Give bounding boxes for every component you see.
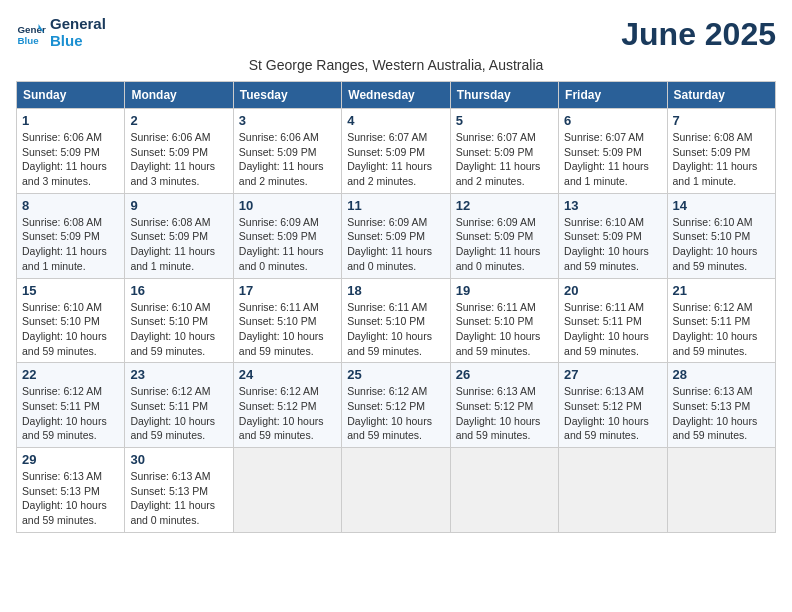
day-number: 13 <box>564 198 661 213</box>
calendar-cell: 18 Sunrise: 6:11 AM Sunset: 5:10 PM Dayl… <box>342 278 450 363</box>
day-number: 21 <box>673 283 770 298</box>
calendar-cell: 14 Sunrise: 6:10 AM Sunset: 5:10 PM Dayl… <box>667 193 775 278</box>
day-info: Sunrise: 6:13 AM Sunset: 5:12 PM Dayligh… <box>456 384 553 443</box>
calendar-cell: 27 Sunrise: 6:13 AM Sunset: 5:12 PM Dayl… <box>559 363 667 448</box>
calendar-cell: 21 Sunrise: 6:12 AM Sunset: 5:11 PM Dayl… <box>667 278 775 363</box>
calendar-cell <box>233 448 341 533</box>
day-info: Sunrise: 6:06 AM Sunset: 5:09 PM Dayligh… <box>239 130 336 189</box>
day-number: 3 <box>239 113 336 128</box>
day-info: Sunrise: 6:12 AM Sunset: 5:11 PM Dayligh… <box>22 384 119 443</box>
day-info: Sunrise: 6:08 AM Sunset: 5:09 PM Dayligh… <box>673 130 770 189</box>
day-number: 28 <box>673 367 770 382</box>
day-number: 17 <box>239 283 336 298</box>
calendar-cell: 19 Sunrise: 6:11 AM Sunset: 5:10 PM Dayl… <box>450 278 558 363</box>
day-info: Sunrise: 6:11 AM Sunset: 5:10 PM Dayligh… <box>456 300 553 359</box>
calendar-cell: 26 Sunrise: 6:13 AM Sunset: 5:12 PM Dayl… <box>450 363 558 448</box>
calendar-cell: 7 Sunrise: 6:08 AM Sunset: 5:09 PM Dayli… <box>667 109 775 194</box>
day-info: Sunrise: 6:06 AM Sunset: 5:09 PM Dayligh… <box>130 130 227 189</box>
day-number: 29 <box>22 452 119 467</box>
day-info: Sunrise: 6:08 AM Sunset: 5:09 PM Dayligh… <box>130 215 227 274</box>
day-info: Sunrise: 6:07 AM Sunset: 5:09 PM Dayligh… <box>347 130 444 189</box>
day-number: 7 <box>673 113 770 128</box>
calendar-cell: 4 Sunrise: 6:07 AM Sunset: 5:09 PM Dayli… <box>342 109 450 194</box>
day-number: 1 <box>22 113 119 128</box>
calendar-cell: 17 Sunrise: 6:11 AM Sunset: 5:10 PM Dayl… <box>233 278 341 363</box>
day-number: 25 <box>347 367 444 382</box>
day-info: Sunrise: 6:12 AM Sunset: 5:11 PM Dayligh… <box>673 300 770 359</box>
calendar-cell: 8 Sunrise: 6:08 AM Sunset: 5:09 PM Dayli… <box>17 193 125 278</box>
day-info: Sunrise: 6:08 AM Sunset: 5:09 PM Dayligh… <box>22 215 119 274</box>
calendar-cell: 3 Sunrise: 6:06 AM Sunset: 5:09 PM Dayli… <box>233 109 341 194</box>
subtitle: St George Ranges, Western Australia, Aus… <box>16 57 776 73</box>
day-number: 26 <box>456 367 553 382</box>
calendar-cell: 5 Sunrise: 6:07 AM Sunset: 5:09 PM Dayli… <box>450 109 558 194</box>
calendar-cell: 15 Sunrise: 6:10 AM Sunset: 5:10 PM Dayl… <box>17 278 125 363</box>
day-info: Sunrise: 6:11 AM Sunset: 5:10 PM Dayligh… <box>347 300 444 359</box>
day-number: 30 <box>130 452 227 467</box>
calendar-cell: 29 Sunrise: 6:13 AM Sunset: 5:13 PM Dayl… <box>17 448 125 533</box>
calendar-header-wednesday: Wednesday <box>342 82 450 109</box>
day-number: 10 <box>239 198 336 213</box>
calendar-cell: 22 Sunrise: 6:12 AM Sunset: 5:11 PM Dayl… <box>17 363 125 448</box>
day-info: Sunrise: 6:07 AM Sunset: 5:09 PM Dayligh… <box>456 130 553 189</box>
day-info: Sunrise: 6:12 AM Sunset: 5:12 PM Dayligh… <box>239 384 336 443</box>
day-info: Sunrise: 6:11 AM Sunset: 5:11 PM Dayligh… <box>564 300 661 359</box>
day-info: Sunrise: 6:09 AM Sunset: 5:09 PM Dayligh… <box>347 215 444 274</box>
calendar-cell: 10 Sunrise: 6:09 AM Sunset: 5:09 PM Dayl… <box>233 193 341 278</box>
day-number: 11 <box>347 198 444 213</box>
day-info: Sunrise: 6:10 AM Sunset: 5:10 PM Dayligh… <box>130 300 227 359</box>
calendar-cell: 13 Sunrise: 6:10 AM Sunset: 5:09 PM Dayl… <box>559 193 667 278</box>
calendar-week-3: 15 Sunrise: 6:10 AM Sunset: 5:10 PM Dayl… <box>17 278 776 363</box>
day-number: 18 <box>347 283 444 298</box>
calendar-week-4: 22 Sunrise: 6:12 AM Sunset: 5:11 PM Dayl… <box>17 363 776 448</box>
calendar-header-row: SundayMondayTuesdayWednesdayThursdayFrid… <box>17 82 776 109</box>
day-number: 9 <box>130 198 227 213</box>
calendar-cell: 16 Sunrise: 6:10 AM Sunset: 5:10 PM Dayl… <box>125 278 233 363</box>
day-info: Sunrise: 6:13 AM Sunset: 5:13 PM Dayligh… <box>130 469 227 528</box>
day-info: Sunrise: 6:13 AM Sunset: 5:12 PM Dayligh… <box>564 384 661 443</box>
logo-icon: General Blue <box>16 18 46 48</box>
calendar-cell: 2 Sunrise: 6:06 AM Sunset: 5:09 PM Dayli… <box>125 109 233 194</box>
day-number: 22 <box>22 367 119 382</box>
logo: General Blue General Blue <box>16 16 106 49</box>
day-number: 19 <box>456 283 553 298</box>
day-info: Sunrise: 6:07 AM Sunset: 5:09 PM Dayligh… <box>564 130 661 189</box>
day-number: 24 <box>239 367 336 382</box>
day-number: 23 <box>130 367 227 382</box>
calendar-cell: 9 Sunrise: 6:08 AM Sunset: 5:09 PM Dayli… <box>125 193 233 278</box>
day-info: Sunrise: 6:09 AM Sunset: 5:09 PM Dayligh… <box>456 215 553 274</box>
calendar-cell: 20 Sunrise: 6:11 AM Sunset: 5:11 PM Dayl… <box>559 278 667 363</box>
calendar-header-thursday: Thursday <box>450 82 558 109</box>
calendar: SundayMondayTuesdayWednesdayThursdayFrid… <box>16 81 776 533</box>
day-number: 8 <box>22 198 119 213</box>
day-number: 6 <box>564 113 661 128</box>
day-info: Sunrise: 6:11 AM Sunset: 5:10 PM Dayligh… <box>239 300 336 359</box>
calendar-cell: 30 Sunrise: 6:13 AM Sunset: 5:13 PM Dayl… <box>125 448 233 533</box>
calendar-cell <box>667 448 775 533</box>
day-number: 27 <box>564 367 661 382</box>
calendar-cell: 25 Sunrise: 6:12 AM Sunset: 5:12 PM Dayl… <box>342 363 450 448</box>
calendar-header-tuesday: Tuesday <box>233 82 341 109</box>
calendar-cell: 1 Sunrise: 6:06 AM Sunset: 5:09 PM Dayli… <box>17 109 125 194</box>
day-info: Sunrise: 6:12 AM Sunset: 5:11 PM Dayligh… <box>130 384 227 443</box>
day-info: Sunrise: 6:13 AM Sunset: 5:13 PM Dayligh… <box>673 384 770 443</box>
calendar-header-friday: Friday <box>559 82 667 109</box>
day-number: 14 <box>673 198 770 213</box>
day-number: 2 <box>130 113 227 128</box>
calendar-week-2: 8 Sunrise: 6:08 AM Sunset: 5:09 PM Dayli… <box>17 193 776 278</box>
calendar-cell <box>450 448 558 533</box>
calendar-cell: 24 Sunrise: 6:12 AM Sunset: 5:12 PM Dayl… <box>233 363 341 448</box>
logo-text-general: General <box>50 16 106 33</box>
calendar-week-5: 29 Sunrise: 6:13 AM Sunset: 5:13 PM Dayl… <box>17 448 776 533</box>
day-info: Sunrise: 6:10 AM Sunset: 5:10 PM Dayligh… <box>673 215 770 274</box>
day-info: Sunrise: 6:13 AM Sunset: 5:13 PM Dayligh… <box>22 469 119 528</box>
calendar-cell: 6 Sunrise: 6:07 AM Sunset: 5:09 PM Dayli… <box>559 109 667 194</box>
day-number: 5 <box>456 113 553 128</box>
calendar-body: 1 Sunrise: 6:06 AM Sunset: 5:09 PM Dayli… <box>17 109 776 533</box>
calendar-header-sunday: Sunday <box>17 82 125 109</box>
calendar-cell <box>342 448 450 533</box>
month-title: June 2025 <box>621 16 776 53</box>
calendar-header-saturday: Saturday <box>667 82 775 109</box>
calendar-cell <box>559 448 667 533</box>
day-number: 16 <box>130 283 227 298</box>
